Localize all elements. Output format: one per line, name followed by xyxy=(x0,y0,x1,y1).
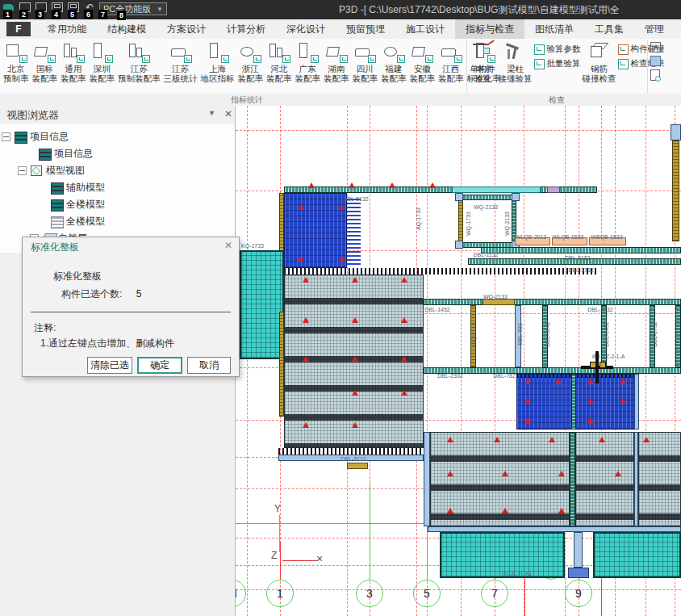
cancel-button[interactable]: 取消 xyxy=(187,357,231,374)
overlay-badge-2: 2 xyxy=(19,10,28,19)
chevron-down-icon[interactable]: ▼ xyxy=(208,109,215,117)
tree-item-辅助模型[interactable]: 辅助模型 xyxy=(0,179,235,196)
tab-协同设计[interactable]: 协同设计 xyxy=(675,19,681,39)
tree-item-项目信息[interactable]: 项目信息 xyxy=(0,145,235,162)
ribbon-button-四川装配率[interactable]: 四川装配率 xyxy=(351,39,380,84)
ribbon-button-浙江装配率[interactable]: 浙江装配率 xyxy=(236,39,265,84)
slab-component[interactable] xyxy=(638,432,681,526)
ribbon-button-江西装配率[interactable]: 江西装配率 xyxy=(437,39,466,84)
tab-施工设计[interactable]: 施工设计 xyxy=(395,19,455,39)
tab-方案设计[interactable]: 方案设计 xyxy=(157,19,216,39)
tree-item-全楼模型[interactable]: 全楼模型 xyxy=(0,213,235,230)
close-icon[interactable]: ✕ xyxy=(224,240,232,251)
slab-component[interactable] xyxy=(452,186,541,193)
ribbon-button-安徽装配率[interactable]: 安徽装配率 xyxy=(408,39,437,84)
slab-component[interactable] xyxy=(516,374,636,430)
dialog-heading: 标准化整板 xyxy=(53,270,102,283)
ribbon-small-button-批量验算[interactable]: 批量验算 xyxy=(534,58,581,69)
ribbon-button-label: 湖南装配率 xyxy=(324,64,349,83)
mode-dropdown[interactable]: PC全功能版 ▼ xyxy=(99,2,167,15)
ribbon-button-国标装配率[interactable]: 国标装配率 xyxy=(31,39,60,84)
ribbon-button-上海地区指标[interactable]: 上海地区指标 xyxy=(199,39,236,84)
ribbon-small-button-验算参数[interactable]: 验算参数 xyxy=(534,44,581,55)
tree-item-模型视图[interactable]: 模型视图 xyxy=(0,162,235,179)
ribbon-button-label: 福建装配率 xyxy=(381,64,407,83)
expand-toggle-icon[interactable] xyxy=(18,166,27,175)
slab-component[interactable] xyxy=(424,432,430,526)
ribbon-button-广东装配率[interactable]: 广东装配率 xyxy=(294,39,323,84)
slab-component[interactable] xyxy=(675,305,681,367)
slab-component[interactable] xyxy=(568,568,589,578)
slab-component[interactable] xyxy=(593,532,681,578)
slab-component[interactable] xyxy=(455,193,463,201)
河北装配率-icon xyxy=(267,41,291,63)
tab-常用功能[interactable]: 常用功能 xyxy=(37,19,97,39)
tab-深化设计[interactable]: 深化设计 xyxy=(276,19,336,39)
expand-toggle-icon[interactable] xyxy=(2,132,10,141)
tree-item-项目信息[interactable]: 项目信息 xyxy=(0,128,235,145)
tab-结构建模[interactable]: 结构建模 xyxy=(97,19,157,39)
ribbon-button-江苏预制装配率[interactable]: 江苏预制装配率 xyxy=(116,39,162,84)
model-tree: 项目信息项目信息模型视图辅助模型全楼模型全楼模型自然层 xyxy=(0,124,235,253)
component-label: DBL-5132 xyxy=(343,196,369,202)
tab-计算分析[interactable]: 计算分析 xyxy=(216,19,276,39)
slab-component[interactable] xyxy=(571,374,576,430)
ribbon-button-湖南装配率[interactable]: 湖南装配率 xyxy=(322,39,351,84)
cad-viewport[interactable]: 11DBL-5132KQ-1733AQ-1733WQ-2133WQ-1733WQ… xyxy=(236,106,681,616)
tab-指标与检查[interactable]: 指标与检查 xyxy=(455,19,524,39)
clipped-button-2[interactable] xyxy=(650,54,681,68)
江苏预制装配率-icon xyxy=(127,41,151,63)
ribbon-button-通用装配率[interactable]: 通用装配率 xyxy=(59,39,88,84)
note-text: 1.通过左键点击增加、删减构件 xyxy=(40,337,174,350)
slab-component[interactable] xyxy=(240,250,284,359)
ribbon-button-label: 上海地区指标 xyxy=(201,64,235,83)
ribbon-button-江苏三板统计[interactable]: 江苏三板统计 xyxy=(162,39,199,84)
slab-component[interactable] xyxy=(284,268,597,274)
ribbon-button-钢筋碰撞检查[interactable]: 钢筋碰撞检查 xyxy=(581,39,618,84)
clipped-button-1[interactable] xyxy=(650,40,681,54)
slab-component[interactable] xyxy=(347,463,368,469)
file-menu-button[interactable]: F xyxy=(6,22,31,36)
ribbon-button-单构件验算[interactable]: 单构件验算 xyxy=(468,39,497,84)
slab-component[interactable] xyxy=(516,374,636,378)
selection-marker xyxy=(502,471,508,476)
ribbon-button-梁柱接缝验算[interactable]: 梁柱接缝验算 xyxy=(497,39,534,84)
overlay-badge-4: 4 xyxy=(52,10,61,19)
slab-component[interactable] xyxy=(512,193,520,201)
selection-marker xyxy=(429,182,436,188)
clipped-button-3[interactable] xyxy=(650,68,681,82)
slab-component[interactable] xyxy=(278,448,424,455)
slab-component[interactable] xyxy=(634,374,639,430)
slab-component[interactable] xyxy=(483,299,515,305)
selected-count-label: 构件已选个数: xyxy=(61,288,122,300)
slab-component[interactable] xyxy=(570,432,575,526)
ribbon-button-福建装配率[interactable]: 福建装配率 xyxy=(379,39,408,84)
ribbon-button-深圳装配率[interactable]: 深圳装配率 xyxy=(88,39,117,84)
small-button-column-1: 验算参数批量验算 xyxy=(534,39,581,69)
slab-component[interactable] xyxy=(458,200,463,242)
component-label: DBL-5152 xyxy=(565,255,591,261)
tree-item-全楼模型[interactable]: 全楼模型 xyxy=(0,196,235,213)
slab-component[interactable] xyxy=(424,299,681,305)
tab-工具集[interactable]: 工具集 xyxy=(584,19,634,39)
slab-component[interactable] xyxy=(672,140,679,241)
close-icon[interactable]: ✕ xyxy=(224,108,232,119)
slab-component[interactable] xyxy=(481,247,681,254)
tab-图纸清单[interactable]: 图纸清单 xyxy=(524,19,584,39)
slab-component[interactable] xyxy=(347,196,361,265)
slab-component[interactable] xyxy=(547,186,560,193)
tab-管理[interactable]: 管理 xyxy=(634,19,675,39)
title-bar: ↶↷ PC全功能版 ▼ P3D -[ C:\Users\17742\Deskto… xyxy=(0,0,681,19)
ribbon-button-北京预制率[interactable]: 北京预制率 xyxy=(2,39,31,84)
slab-component[interactable] xyxy=(671,124,681,140)
component-label: AQ-1733 xyxy=(416,207,421,230)
ribbon-button-河北装配率[interactable]: 河北装配率 xyxy=(265,39,294,84)
slab-component[interactable] xyxy=(458,195,516,200)
slab-component[interactable] xyxy=(575,432,634,526)
clear-selection-button[interactable]: 清除已选 xyxy=(87,357,132,374)
tab-预留预埋[interactable]: 预留预埋 xyxy=(336,19,395,39)
confirm-button[interactable]: 确定 xyxy=(137,357,182,374)
slab-component[interactable] xyxy=(574,532,583,568)
slab-component[interactable] xyxy=(455,241,463,249)
slab-component[interactable] xyxy=(428,526,681,532)
